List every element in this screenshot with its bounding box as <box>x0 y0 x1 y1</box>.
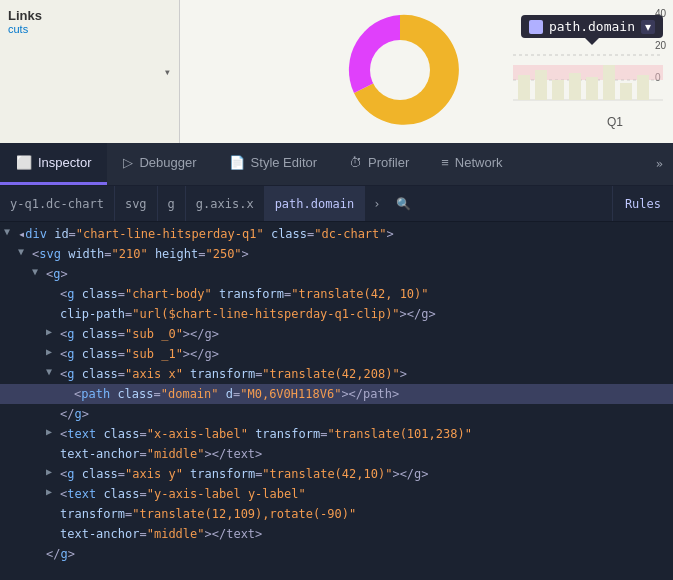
toggle-btn[interactable]: ▶ <box>46 345 58 357</box>
breadcrumb-search-btn[interactable]: 🔍 <box>388 197 419 211</box>
devtools-toolbar: ⬜ Inspector ▷ Debugger 📄 Style Editor ⏱ … <box>0 143 673 186</box>
code-content: clip-path="url($chart-line-hitsperday-q1… <box>60 305 665 323</box>
code-line[interactable]: ▼<g class="axis x" transform="translate(… <box>0 364 673 384</box>
links-panel: Links cuts ▾ <box>0 0 180 143</box>
code-content: <g class="axis y" transform="translate(4… <box>60 465 665 483</box>
breadcrumb-g-axis-x[interactable]: g.axis.x <box>186 186 265 221</box>
code-content: <g class="sub _0"></g> <box>60 325 665 343</box>
code-content: <g class="axis x" transform="translate(4… <box>60 365 665 383</box>
code-content: <svg width="210" height="250"> <box>32 245 665 263</box>
code-line[interactable]: ▶<text class="x-axis-label" transform="t… <box>0 424 673 444</box>
svg-rect-9 <box>586 77 598 100</box>
top-area: Links cuts ▾ 40 20 0 path.domain ▾ <box>0 0 673 143</box>
box-icon <box>529 20 543 34</box>
code-content: text-anchor="middle"></text> <box>60 525 665 543</box>
tab-debugger-label: Debugger <box>139 155 196 170</box>
debugger-icon: ▷ <box>123 155 133 170</box>
code-line[interactable]: ▼<svg width="210" height="250"> <box>0 244 673 264</box>
code-content: </g> <box>60 405 665 423</box>
toggle-btn <box>46 445 58 457</box>
code-line[interactable]: ▶<g class="axis y" transform="translate(… <box>0 464 673 484</box>
tab-inspector-label: Inspector <box>38 155 91 170</box>
toggle-btn <box>60 385 72 397</box>
code-line[interactable]: ▶<text class="y-axis-label y-label" <box>0 484 673 504</box>
toggle-btn[interactable]: ▶ <box>46 465 58 477</box>
toggle-btn[interactable]: ▼ <box>32 265 44 277</box>
chart-area: 40 20 0 path.domain ▾ <box>180 0 673 143</box>
tab-style-editor-label: Style Editor <box>251 155 317 170</box>
toggle-btn <box>46 285 58 297</box>
toggle-btn[interactable]: ▶ <box>46 325 58 337</box>
tooltip-dropdown-btn[interactable]: ▾ <box>641 20 655 34</box>
overflow-icon: » <box>656 157 663 171</box>
code-content: transform="translate(12,109),rotate(-90)… <box>60 505 665 523</box>
code-line[interactable]: </g> <box>0 544 673 564</box>
tab-overflow-btn[interactable]: » <box>646 143 673 185</box>
style-editor-icon: 📄 <box>229 155 245 170</box>
toggle-btn[interactable]: ▼ <box>46 365 58 377</box>
code-line[interactable]: </g> <box>0 404 673 424</box>
code-line[interactable]: ▼<g> <box>0 264 673 284</box>
code-line[interactable]: ▼◂div id="chart-line-hitsperday-q1" clas… <box>0 224 673 244</box>
links-arrow-icon[interactable]: ▾ <box>164 65 171 79</box>
code-line[interactable]: text-anchor="middle"></text> <box>0 444 673 464</box>
code-line[interactable]: <path class="domain" d="M0,6V0H118V6"></… <box>0 384 673 404</box>
q1-label: Q1 <box>607 115 623 129</box>
code-line[interactable]: ▶<g class="sub _0"></g> <box>0 324 673 344</box>
toggle-btn <box>32 545 44 557</box>
svg-rect-10 <box>603 65 615 100</box>
toggle-btn <box>46 505 58 517</box>
tab-inspector[interactable]: ⬜ Inspector <box>0 143 107 185</box>
breadcrumb-nav-btn[interactable]: › <box>365 197 388 211</box>
toggle-btn[interactable]: ▼ <box>4 225 16 237</box>
svg-point-0 <box>370 40 430 100</box>
breadcrumb-svg[interactable]: svg <box>115 186 158 221</box>
code-content: <text class="x-axis-label" transform="tr… <box>60 425 665 443</box>
code-content: text-anchor="middle"></text> <box>60 445 665 463</box>
tab-debugger[interactable]: ▷ Debugger <box>107 143 212 185</box>
code-content: <g class="sub _1"></g> <box>60 345 665 363</box>
code-line[interactable]: text-anchor="middle"></text> <box>0 524 673 544</box>
code-line[interactable]: clip-path="url($chart-line-hitsperday-q1… <box>0 304 673 324</box>
svg-rect-6 <box>535 70 547 100</box>
links-subtitle[interactable]: cuts <box>8 23 171 35</box>
code-line[interactable]: ▶<g class="sub _1"></g> <box>0 344 673 364</box>
toggle-btn <box>46 405 58 417</box>
code-content: <path class="domain" d="M0,6V0H118V6"></… <box>74 385 665 403</box>
svg-rect-5 <box>518 75 530 100</box>
toggle-btn <box>46 525 58 537</box>
inspector-icon: ⬜ <box>16 155 32 170</box>
tooltip-text: path.domain <box>549 19 635 34</box>
mini-bar-chart <box>513 45 663 105</box>
breadcrumb-rules-btn[interactable]: Rules <box>612 186 673 221</box>
breadcrumb-bar: y-q1.dc-chart svg g g.axis.x path.domain… <box>0 186 673 222</box>
code-content: <g class="chart-body" transform="transla… <box>60 285 665 303</box>
code-line[interactable]: <g class="chart-body" transform="transla… <box>0 284 673 304</box>
svg-rect-7 <box>552 80 564 100</box>
tooltip-bubble: path.domain ▾ <box>521 15 663 38</box>
toggle-btn[interactable]: ▶ <box>46 485 58 497</box>
tab-profiler-label: Profiler <box>368 155 409 170</box>
code-content: <g> <box>46 265 665 283</box>
code-content: ◂div id="chart-line-hitsperday-q1" class… <box>18 225 665 243</box>
toggle-btn[interactable]: ▼ <box>18 245 30 257</box>
svg-rect-8 <box>569 73 581 100</box>
toggle-btn[interactable]: ▶ <box>46 425 58 437</box>
links-title: Links <box>8 8 171 23</box>
breadcrumb-g[interactable]: g <box>158 186 186 221</box>
svg-rect-12 <box>637 75 649 100</box>
code-panel[interactable]: ▼◂div id="chart-line-hitsperday-q1" clas… <box>0 222 673 580</box>
donut-chart <box>340 10 460 130</box>
tab-style-editor[interactable]: 📄 Style Editor <box>213 143 333 185</box>
code-content: </g> <box>46 545 665 563</box>
toggle-btn <box>46 305 58 317</box>
network-icon: ≡ <box>441 155 449 170</box>
breadcrumb-dc-chart[interactable]: y-q1.dc-chart <box>0 186 115 221</box>
code-line[interactable]: transform="translate(12,109),rotate(-90)… <box>0 504 673 524</box>
tab-network-label: Network <box>455 155 503 170</box>
breadcrumb-path-domain[interactable]: path.domain <box>265 186 365 221</box>
profiler-icon: ⏱ <box>349 155 362 170</box>
mini-chart <box>513 45 663 105</box>
tab-network[interactable]: ≡ Network <box>425 143 518 185</box>
tab-profiler[interactable]: ⏱ Profiler <box>333 143 425 185</box>
